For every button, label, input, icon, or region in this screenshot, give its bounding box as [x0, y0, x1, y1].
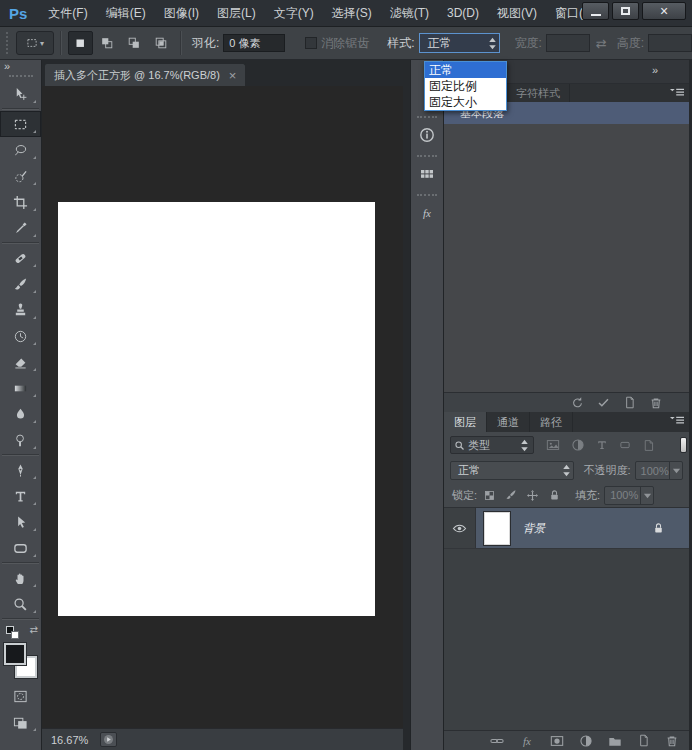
minimize-button[interactable]: [582, 2, 609, 20]
menu-item-8[interactable]: 3D(D): [438, 0, 488, 26]
menu-item-5[interactable]: 文字(Y): [265, 0, 323, 26]
blend-mode-value: 正常: [458, 463, 480, 478]
layer-visibility-toggle[interactable]: [444, 508, 476, 548]
layer-row[interactable]: 背景: [444, 508, 689, 549]
lock-image-pixels-button[interactable]: [505, 489, 517, 501]
canvas-area[interactable]: [42, 86, 403, 728]
new-adjustment-layer-button[interactable]: [579, 734, 593, 748]
menu-item-6[interactable]: 选择(S): [323, 0, 381, 26]
tab-character-styles[interactable]: 字符样式: [507, 84, 570, 102]
hand-tool[interactable]: [0, 565, 41, 591]
close-document-icon[interactable]: ×: [229, 68, 237, 83]
style-select[interactable]: 正常: [419, 33, 501, 53]
filter-pixel-layers-button[interactable]: [546, 438, 560, 452]
filter-type-layers-button[interactable]: [596, 439, 608, 451]
dropdown-option-1[interactable]: 正常: [425, 62, 506, 78]
default-colors-bg-icon[interactable]: [11, 631, 19, 639]
collapse-tools-button[interactable]: »: [0, 60, 41, 73]
opacity-select[interactable]: 100%: [635, 461, 683, 480]
dodge-tool[interactable]: [0, 427, 41, 453]
new-style-button[interactable]: [623, 396, 636, 409]
delete-layer-button[interactable]: [665, 734, 679, 748]
history-brush-tool[interactable]: [0, 323, 41, 349]
pen-tool[interactable]: [0, 457, 41, 483]
layer-item[interactable]: 背景: [476, 508, 689, 548]
maximize-button[interactable]: [612, 2, 639, 20]
lasso-tool[interactable]: [0, 137, 41, 163]
blur-tool[interactable]: [0, 401, 41, 427]
menu-item-1[interactable]: 文件(F): [39, 0, 96, 26]
tab-paths[interactable]: 路径: [530, 412, 573, 432]
add-layer-mask-button[interactable]: [550, 734, 564, 748]
menu-item-9[interactable]: 视图(V): [488, 0, 546, 26]
panel-menu-icon[interactable]: [670, 416, 684, 425]
crop-tool[interactable]: [0, 189, 41, 215]
tool-preset-button[interactable]: ▾: [16, 31, 54, 55]
document-page[interactable]: [58, 202, 375, 616]
rounded-rectangle-tool[interactable]: [0, 535, 41, 561]
clone-stamp-tool[interactable]: [0, 297, 41, 323]
commit-changes-button[interactable]: [597, 396, 610, 409]
styles-panel-button[interactable]: fx: [411, 199, 443, 226]
zoom-tool[interactable]: [0, 591, 41, 617]
new-layer-button[interactable]: [637, 734, 650, 747]
layer-filter-toggle[interactable]: [680, 437, 687, 453]
gradient-tool[interactable]: [0, 375, 41, 401]
swap-width-height-icon[interactable]: ⇄: [596, 36, 607, 51]
antialias-checkbox[interactable]: [305, 37, 317, 49]
menu-item-7[interactable]: 滤镜(T): [381, 0, 438, 26]
path-selection-tool[interactable]: [0, 509, 41, 535]
info-panel-button[interactable]: [411, 121, 443, 148]
dropdown-option-3[interactable]: 固定大小: [425, 94, 506, 110]
blend-mode-select[interactable]: 正常: [450, 461, 574, 480]
foreground-color-swatch[interactable]: [4, 643, 26, 665]
height-input[interactable]: [648, 34, 692, 52]
brush-tool[interactable]: [0, 271, 41, 297]
tab-channels[interactable]: 通道: [487, 412, 530, 432]
dropdown-option-2[interactable]: 固定比例: [425, 78, 506, 94]
quick-selection-tool[interactable]: [0, 163, 41, 189]
subtract-from-selection-button[interactable]: [122, 31, 147, 55]
move-tool[interactable]: [0, 81, 41, 107]
document-tab[interactable]: 插入多个正方形 @ 16.7%(RGB/8) ×: [44, 63, 246, 86]
screen-mode-button[interactable]: [0, 709, 41, 735]
status-info-icon[interactable]: [100, 732, 117, 747]
rectangular-marquee-tool[interactable]: [0, 111, 41, 137]
close-button[interactable]: ×: [642, 2, 686, 20]
delete-style-button[interactable]: [649, 396, 663, 410]
width-input[interactable]: [546, 34, 590, 52]
layer-style-button[interactable]: fx: [519, 733, 535, 749]
eraser-tool[interactable]: [0, 349, 41, 375]
tab-layers[interactable]: 图层: [444, 412, 487, 432]
zoom-level-field[interactable]: 16.67%: [42, 734, 88, 746]
filter-smart-objects-button[interactable]: [642, 439, 655, 452]
eyedropper-tool[interactable]: [0, 215, 41, 241]
clear-override-button[interactable]: [571, 396, 584, 409]
quick-mask-button[interactable]: [0, 683, 41, 709]
add-to-selection-button[interactable]: [95, 31, 120, 55]
menu-item-2[interactable]: 编辑(E): [97, 0, 155, 26]
layers-list[interactable]: 背景: [444, 507, 689, 730]
layer-thumbnail[interactable]: [484, 512, 510, 545]
styles-list[interactable]: [444, 124, 689, 392]
new-group-button[interactable]: [608, 734, 622, 748]
filter-shape-layers-button[interactable]: [619, 439, 631, 451]
lock-transparent-pixels-button[interactable]: [483, 489, 496, 502]
panel-menu-icon[interactable]: [670, 88, 684, 97]
feather-input[interactable]: [223, 34, 285, 52]
collapse-panels-button[interactable]: »: [652, 64, 659, 76]
menu-item-4[interactable]: 图层(L): [208, 0, 265, 26]
horizontal-type-tool[interactable]: [0, 483, 41, 509]
fill-select[interactable]: 100%: [604, 486, 654, 505]
spot-healing-brush-tool[interactable]: [0, 245, 41, 271]
intersect-selection-button[interactable]: [149, 31, 174, 55]
swap-colors-icon[interactable]: ⇄: [30, 624, 38, 635]
swatches-panel-button[interactable]: [411, 160, 443, 187]
lock-all-button[interactable]: [548, 489, 561, 502]
link-layers-button[interactable]: [490, 734, 504, 748]
new-selection-button[interactable]: [68, 31, 93, 55]
filter-type-select[interactable]: 类型: [450, 436, 534, 454]
lock-position-button[interactable]: [526, 489, 539, 502]
filter-adjustment-layers-button[interactable]: [571, 438, 585, 452]
menu-item-3[interactable]: 图像(I): [155, 0, 208, 26]
